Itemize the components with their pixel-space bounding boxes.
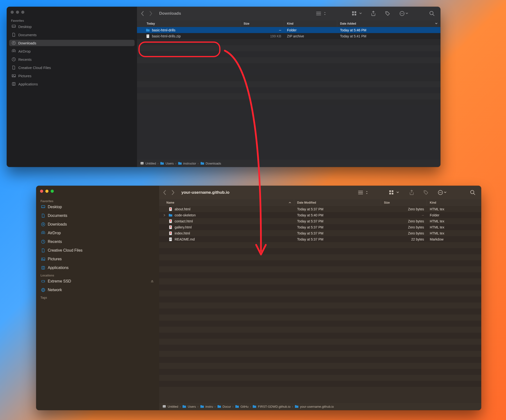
sidebar-item-documents[interactable]: Documents <box>9 32 135 38</box>
empty-row <box>159 242 481 248</box>
sidebar-item-desktop[interactable]: Desktop <box>9 23 135 30</box>
share-button[interactable] <box>371 11 376 16</box>
svg-rect-13 <box>352 14 354 15</box>
path-segment[interactable]: Downloads <box>200 161 221 165</box>
view-list-button[interactable] <box>316 11 326 16</box>
file-date: Today at 5:41 PM <box>337 34 440 38</box>
column-date-added[interactable]: Date Added <box>337 20 440 27</box>
column-date-modified[interactable]: Date Modified <box>294 199 381 206</box>
folder-icon <box>200 161 205 165</box>
file-size: Zero bytes <box>381 231 427 235</box>
path-segment[interactable]: Users <box>182 404 196 409</box>
zoom-dot[interactable] <box>51 190 54 193</box>
sidebar-section-label: Favorites <box>11 19 135 22</box>
minimize-dot[interactable] <box>45 190 48 193</box>
sidebar-item-desktop[interactable]: Desktop <box>39 204 157 210</box>
sidebar-item-pictures[interactable]: Pictures <box>9 73 135 79</box>
path-bar: Untitled › Users › instructor › Download… <box>137 160 440 167</box>
file-kind: ZIP archive <box>284 34 337 38</box>
search-button[interactable] <box>429 11 435 16</box>
forward-button[interactable] <box>171 190 175 195</box>
tags-button[interactable] <box>385 11 390 16</box>
column-name[interactable]: Name <box>159 199 294 206</box>
sidebar-item-applications[interactable]: Applications <box>9 81 135 87</box>
view-list-button[interactable] <box>358 190 368 195</box>
sidebar-item-downloads[interactable]: Downloads <box>9 40 135 46</box>
empty-row <box>137 39 440 45</box>
file-row[interactable]: gallery.html Today at 5:37 PM Zero bytes… <box>159 224 481 230</box>
path-segment[interactable]: Docur <box>217 404 231 409</box>
window-title: Downloads <box>159 11 181 16</box>
file-row[interactable]: basic-html-drills.zip 199 KB ZIP archive… <box>137 33 440 39</box>
sidebar-item-label: AirDrop <box>18 49 31 53</box>
close-dot[interactable] <box>40 190 43 193</box>
column-kind[interactable]: Kind <box>427 199 481 206</box>
image-icon <box>12 74 16 78</box>
empty-row <box>159 284 481 290</box>
column-group[interactable]: Today <box>137 20 241 27</box>
path-segment[interactable]: your-username.github.io <box>294 404 334 409</box>
sidebar-item-creative cloud files[interactable]: Creative Cloud Files <box>9 64 135 71</box>
file-row[interactable]: README.md Today at 5:37 PM 22 bytes Mark… <box>159 236 481 242</box>
path-segment[interactable]: GitHu <box>235 404 248 409</box>
eject-icon[interactable] <box>150 279 154 283</box>
sidebar-item-label: Desktop <box>48 205 62 209</box>
column-size[interactable]: Size <box>241 20 284 27</box>
sidebar-item-documents[interactable]: Documents <box>39 213 157 219</box>
close-dot[interactable] <box>11 11 14 14</box>
path-segment[interactable]: Untitled <box>140 161 156 165</box>
drive-icon <box>41 279 45 283</box>
forward-button[interactable] <box>149 11 152 16</box>
file-row[interactable]: index.html Today at 5:37 PM Zero bytes H… <box>159 230 481 236</box>
back-button[interactable] <box>141 11 144 16</box>
file-row[interactable]: contact.html Today at 5:37 PM Zero bytes… <box>159 218 481 224</box>
tags-button[interactable] <box>423 190 429 195</box>
sidebar-item-network[interactable]: Network <box>39 287 157 293</box>
sidebar-item-extreme ssd[interactable]: Extreme SSD <box>39 278 157 284</box>
finder-window-github: Favorites Desktop Documents Downloads Ai… <box>36 186 481 410</box>
path-segment[interactable]: FIRST-GDWD.github.io <box>252 404 290 409</box>
chevron-icon: › <box>250 405 251 408</box>
svg-rect-14 <box>355 14 356 15</box>
path-label: instructor <box>183 162 196 165</box>
empty-row <box>159 369 481 375</box>
path-segment[interactable]: instructor <box>178 161 196 165</box>
sidebar-item-airdrop[interactable]: AirDrop <box>39 230 157 236</box>
path-label: Downloads <box>206 162 221 165</box>
folder-icon <box>168 213 173 217</box>
path-segment[interactable]: instru <box>200 404 213 409</box>
minimize-dot[interactable] <box>16 11 19 14</box>
file-row[interactable]: code-skeleton Today at 5:40 PM -- Folder <box>159 212 481 218</box>
sidebar-item-airdrop[interactable]: AirDrop <box>9 48 135 54</box>
sidebar-item-downloads[interactable]: Downloads <box>39 221 157 227</box>
sidebar-item-creative cloud files[interactable]: Creative Cloud Files <box>39 247 157 254</box>
share-button[interactable] <box>409 190 414 195</box>
path-label: FIRST-GDWD.github.io <box>258 405 290 408</box>
empty-row <box>159 260 481 266</box>
column-size[interactable]: Size <box>381 199 427 206</box>
path-segment[interactable]: Untitled <box>162 404 178 409</box>
sidebar-item-pictures[interactable]: Pictures <box>39 256 157 262</box>
group-button[interactable] <box>352 11 362 16</box>
column-kind[interactable]: Kind <box>284 20 337 27</box>
back-button[interactable] <box>163 190 166 195</box>
desktop-icon <box>12 24 16 29</box>
sidebar-item-recents[interactable]: Recents <box>9 56 135 62</box>
group-button[interactable] <box>389 190 399 195</box>
zoom-dot[interactable] <box>21 11 24 14</box>
file-date: Today at 5:37 PM <box>294 219 381 223</box>
actions-button[interactable] <box>438 190 446 195</box>
actions-button[interactable] <box>399 11 408 16</box>
sidebar-item-recents[interactable]: Recents <box>39 239 157 245</box>
file-row[interactable]: about.html Today at 5:37 PM Zero bytes H… <box>159 206 481 212</box>
sidebar-item-applications[interactable]: Applications <box>39 265 157 271</box>
file-row[interactable]: basic-html-drills -- Folder Today at 5:4… <box>137 27 440 33</box>
path-segment[interactable]: Users <box>160 161 174 165</box>
chevron-icon: › <box>180 405 181 408</box>
empty-row <box>159 296 481 303</box>
svg-point-49 <box>440 192 441 193</box>
search-button[interactable] <box>470 190 475 195</box>
empty-row <box>159 315 481 321</box>
sidebar-section-label: Favorites <box>41 200 157 203</box>
empty-row <box>137 130 440 136</box>
